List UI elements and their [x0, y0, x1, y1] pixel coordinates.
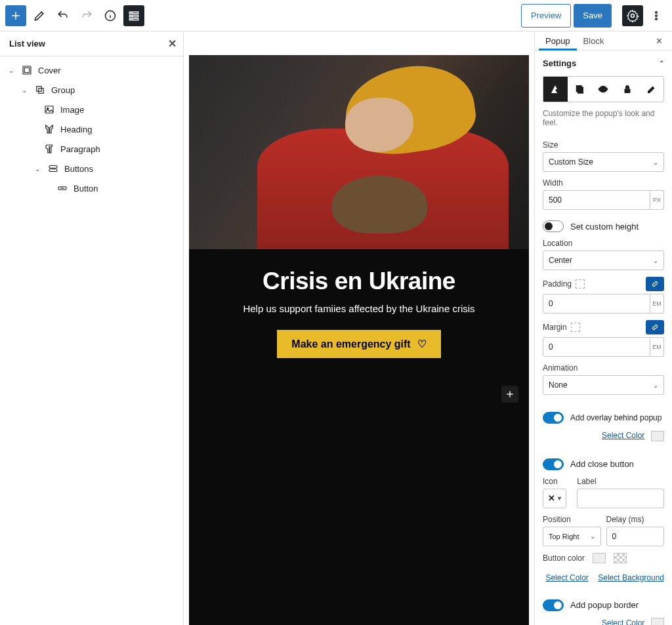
color-swatch[interactable]	[593, 553, 606, 563]
tree-label: Buttons	[64, 164, 179, 174]
link-sides-toggle[interactable]	[646, 320, 664, 334]
width-unit[interactable]: PX	[650, 190, 664, 210]
editor-canvas[interactable]: Crisis en Ukraine Help us support famiie…	[184, 31, 534, 625]
image-block-icon	[43, 104, 55, 115]
cover-paragraph[interactable]: Help us support famiies affected by the …	[205, 303, 513, 314]
size-select[interactable]: Custom Size⌄	[543, 152, 664, 172]
svg-point-29	[602, 88, 605, 91]
heading-block-icon	[43, 123, 55, 135]
svg-rect-8	[133, 15, 138, 17]
location-label: Location	[543, 239, 664, 248]
color-swatch-transparent[interactable]	[614, 553, 627, 563]
tree-item-heading[interactable]: Heading	[4, 119, 179, 139]
settings-panel-header[interactable]: Settings ⌃	[535, 50, 672, 76]
close-label-input[interactable]	[577, 489, 664, 508]
chevron-down-icon[interactable]: ⌄	[20, 87, 29, 94]
padding-label: Padding	[543, 279, 572, 289]
padding-unit[interactable]: EM	[650, 294, 664, 313]
svg-rect-19	[45, 106, 53, 113]
panel-hint: Customize the popup's look and feel.	[535, 109, 672, 134]
position-label: Position	[543, 515, 601, 524]
button-select-background[interactable]: Select Background	[598, 573, 664, 582]
close-icon-select[interactable]: ✕ ▾	[543, 489, 566, 508]
svg-rect-22	[49, 169, 57, 172]
svg-rect-10	[133, 18, 138, 20]
close-icon[interactable]: ✕	[650, 31, 668, 50]
undo-button[interactable]	[52, 5, 74, 26]
paragraph-block-icon	[43, 143, 55, 155]
chevron-down-icon: ⌄	[590, 533, 595, 540]
subtab-visibility[interactable]	[591, 77, 616, 102]
close-icon[interactable]: ✕	[168, 37, 177, 50]
svg-point-13	[656, 14, 658, 16]
button-label: Make an emergency gift	[291, 338, 410, 350]
link-sides-toggle[interactable]	[646, 277, 664, 291]
overlay-toggle[interactable]	[543, 412, 564, 424]
delay-label: Delay (ms)	[606, 515, 665, 524]
subtab-display[interactable]	[568, 77, 592, 102]
svg-rect-16	[24, 68, 30, 73]
location-select[interactable]: Center⌄	[543, 251, 664, 270]
edit-mode-button[interactable]	[29, 5, 50, 26]
button-select-color[interactable]: Select Color	[545, 573, 588, 582]
overlay-select-color[interactable]: Select Color	[602, 431, 644, 440]
border-select-color[interactable]: Select Color	[602, 618, 644, 625]
color-swatch[interactable]	[651, 618, 664, 625]
tree-label: Group	[51, 85, 179, 95]
margin-input[interactable]: 0	[543, 337, 650, 357]
list-view-title: List view	[9, 39, 45, 49]
tab-block[interactable]: Block	[577, 31, 611, 50]
button-color-label: Button color	[543, 553, 664, 563]
custom-height-toggle[interactable]	[543, 220, 564, 232]
tree-item-button[interactable]: Button	[4, 178, 179, 198]
subtab-access[interactable]	[616, 77, 640, 102]
preview-button[interactable]: Preview	[521, 4, 571, 28]
position-select[interactable]: Top Right⌄	[543, 527, 601, 546]
cover-cta-button[interactable]: Make an emergency gift ♡	[277, 330, 440, 358]
save-button[interactable]: Save	[574, 4, 612, 28]
settings-button[interactable]	[622, 5, 643, 26]
group-block-icon	[34, 84, 46, 96]
redo-button[interactable]	[76, 5, 97, 26]
chevron-down-icon: ▾	[558, 494, 561, 502]
subtab-advanced[interactable]	[639, 77, 663, 102]
cover-block-icon	[21, 64, 33, 76]
chevron-down-icon[interactable]: ⌄	[33, 165, 42, 172]
cover-heading[interactable]: Crisis en Ukraine	[205, 268, 513, 295]
delay-input[interactable]: 0	[606, 527, 665, 546]
chevron-down-icon: ⌄	[653, 159, 658, 166]
tree-label: Paragraph	[60, 144, 179, 154]
color-swatch[interactable]	[651, 431, 664, 441]
size-label: Size	[543, 140, 664, 150]
cover-block[interactable]: Crisis en Ukraine Help us support famiie…	[189, 55, 529, 625]
list-view-toggle[interactable]	[123, 5, 144, 26]
margin-unit[interactable]: EM	[650, 337, 664, 357]
animation-select[interactable]: None⌄	[543, 375, 664, 395]
svg-point-14	[656, 18, 658, 20]
close-button-toggle[interactable]	[543, 458, 564, 470]
padding-input[interactable]: 0	[543, 294, 650, 313]
tab-popup[interactable]: Popup	[539, 31, 577, 50]
box-model-icon	[571, 323, 580, 332]
chevron-down-icon: ⌄	[653, 382, 658, 389]
cover-image[interactable]	[189, 55, 529, 249]
panel-title: Settings	[543, 58, 576, 68]
add-block-button[interactable]	[5, 5, 26, 26]
append-block-button[interactable]	[501, 386, 518, 403]
border-label: Add popup border	[570, 600, 639, 610]
border-toggle[interactable]	[543, 599, 564, 611]
tree-item-cover[interactable]: ⌄ Cover	[4, 60, 179, 80]
tree-item-group[interactable]: ⌄ Group	[4, 80, 179, 100]
chevron-up-icon: ⌃	[659, 60, 664, 67]
tree-item-paragraph[interactable]: Paragraph	[4, 139, 179, 159]
tree-item-buttons[interactable]: ⌄ Buttons	[4, 159, 179, 178]
tree-item-image[interactable]: Image	[4, 100, 179, 119]
chevron-down-icon[interactable]: ⌄	[7, 67, 16, 74]
button-block-icon	[56, 182, 68, 194]
more-menu[interactable]	[646, 5, 667, 26]
svg-rect-7	[129, 15, 131, 17]
info-button[interactable]	[100, 5, 121, 26]
width-input[interactable]: 500	[543, 190, 650, 210]
subtab-appearance[interactable]	[543, 77, 568, 102]
svg-rect-28	[578, 87, 583, 94]
